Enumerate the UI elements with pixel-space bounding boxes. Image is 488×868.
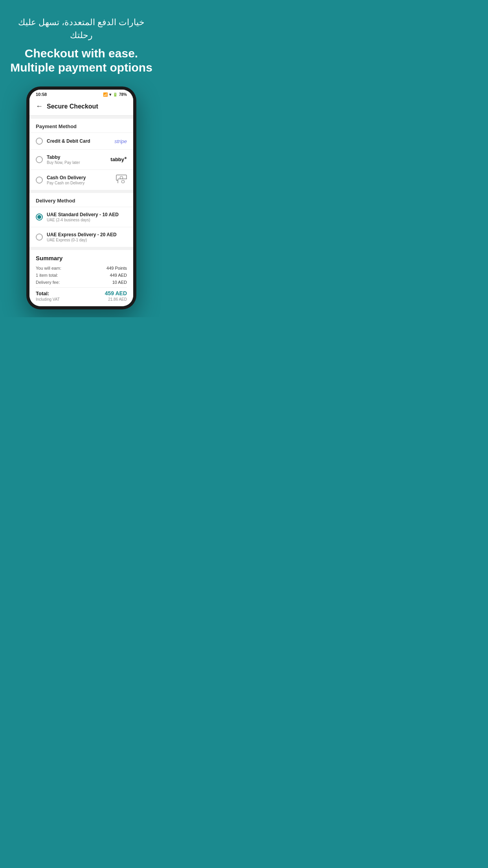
signal-icon: 🔋 bbox=[113, 92, 117, 97]
delivery-option-standard[interactable]: UAE Standard Delivery - 10 AED UAE (2-4 … bbox=[29, 207, 133, 227]
express-delivery-text: UAE Express Delivery - 20 AED UAE Expres… bbox=[47, 232, 127, 242]
radio-tabby[interactable] bbox=[36, 156, 43, 163]
bluetooth-icon: 📶 bbox=[103, 92, 108, 97]
cash-option-label: Cash On Delivery bbox=[47, 175, 116, 180]
standard-delivery-label: UAE Standard Delivery - 10 AED bbox=[47, 212, 127, 217]
total-row: Total: 459 AED bbox=[36, 287, 127, 297]
status-bar: 10:58 📶 ▾ 🔋 78% bbox=[29, 90, 133, 98]
arabic-tagline: خيارات الدفع المتعددة، تسهل عليك رحلتك bbox=[9, 16, 153, 42]
card-option-text: Credit & Debit Card bbox=[47, 138, 114, 144]
delivery-fee-label: Delivery fee: bbox=[36, 280, 60, 285]
standard-delivery-text: UAE Standard Delivery - 10 AED UAE (2-4 … bbox=[47, 212, 127, 222]
summary-title: Summary bbox=[36, 255, 127, 261]
payment-method-title: Payment Method bbox=[29, 119, 133, 133]
tabby-logo: tabby✳ bbox=[110, 156, 127, 162]
app-header: ← Secure Checkout bbox=[29, 98, 133, 116]
summary-row-points: You will earn: 449 Points bbox=[36, 265, 127, 272]
svg-rect-2 bbox=[118, 179, 127, 183]
back-arrow-icon[interactable]: ← bbox=[36, 102, 43, 110]
radio-standard[interactable] bbox=[36, 213, 43, 221]
card-option-label: Credit & Debit Card bbox=[47, 138, 114, 144]
stripe-logo: stripe bbox=[114, 138, 127, 144]
vat-label: Including VAT bbox=[36, 297, 60, 302]
delivery-method-section: Delivery Method UAE Standard Delivery - … bbox=[29, 193, 133, 247]
vat-value: 21.86 AED bbox=[108, 297, 127, 302]
phone-mockup: 10:58 📶 ▾ 🔋 78% ← Secure Checkout Paymen… bbox=[26, 86, 136, 309]
summary-section: Summary You will earn: 449 Points 1 item… bbox=[29, 250, 133, 306]
cash-option-text: Cash On Delivery Pay Cash on Delivery bbox=[47, 175, 116, 185]
payment-option-card[interactable]: Credit & Debit Card stripe bbox=[29, 133, 133, 150]
points-label: You will earn: bbox=[36, 266, 61, 270]
status-time: 10:58 bbox=[36, 92, 47, 97]
payment-option-tabby[interactable]: Tabby Buy Now, Pay later tabby✳ bbox=[29, 150, 133, 170]
english-tagline: Checkout with ease. Multiple payment opt… bbox=[9, 46, 153, 75]
delivery-method-title: Delivery Method bbox=[29, 193, 133, 207]
radio-card[interactable] bbox=[36, 138, 43, 145]
hero-section: خيارات الدفع المتعددة، تسهل عليك رحلتك C… bbox=[0, 0, 163, 86]
wifi-icon: ▾ bbox=[109, 92, 111, 97]
standard-delivery-sublabel: UAE (2-4 business days) bbox=[47, 218, 127, 222]
radio-express[interactable] bbox=[36, 234, 43, 241]
points-value: 449 Points bbox=[106, 266, 127, 270]
phone-screen: 10:58 📶 ▾ 🔋 78% ← Secure Checkout Paymen… bbox=[29, 90, 133, 306]
page-title: Secure Checkout bbox=[47, 103, 98, 110]
tabby-option-sublabel: Buy Now, Pay later bbox=[47, 160, 110, 165]
total-label: Total: bbox=[36, 291, 49, 296]
total-value: 459 AED bbox=[105, 290, 127, 296]
delivery-fee-value: 10 AED bbox=[112, 280, 127, 285]
status-icons: 📶 ▾ 🔋 78% bbox=[103, 92, 127, 97]
summary-row-delivery: Delivery fee: 10 AED bbox=[36, 279, 127, 286]
battery-percent: 78% bbox=[119, 92, 127, 97]
express-delivery-sublabel: UAE Express (0-1 day) bbox=[47, 238, 127, 242]
cash-option-sublabel: Pay Cash on Delivery bbox=[47, 181, 116, 185]
items-label: 1 item total: bbox=[36, 273, 58, 278]
cash-icon bbox=[116, 175, 127, 185]
tabby-option-label: Tabby bbox=[47, 154, 110, 160]
items-value: 449 AED bbox=[110, 273, 127, 278]
summary-row-items: 1 item total: 449 AED bbox=[36, 272, 127, 279]
tabby-option-text: Tabby Buy Now, Pay later bbox=[47, 154, 110, 165]
payment-option-cash[interactable]: Cash On Delivery Pay Cash on Delivery bbox=[29, 170, 133, 190]
vat-row: Including VAT 21.86 AED bbox=[36, 297, 127, 302]
express-delivery-label: UAE Express Delivery - 20 AED bbox=[47, 232, 127, 237]
delivery-option-express[interactable]: UAE Express Delivery - 20 AED UAE Expres… bbox=[29, 227, 133, 247]
payment-method-section: Payment Method Credit & Debit Card strip… bbox=[29, 119, 133, 190]
radio-cash[interactable] bbox=[36, 177, 43, 184]
